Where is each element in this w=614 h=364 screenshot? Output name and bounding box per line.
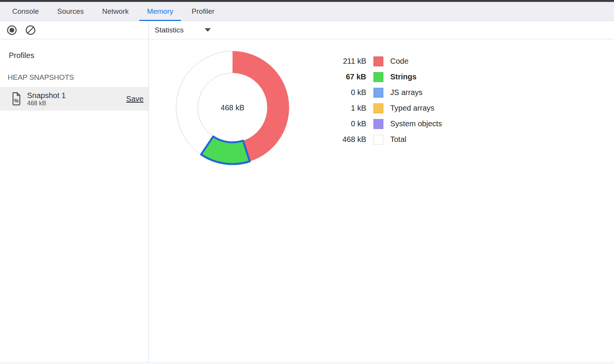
- statistics-view: 468 kB 211 kBCode67 kBStrings0 kBJS arra…: [149, 39, 614, 363]
- legend-row-strings[interactable]: 67 kBStrings: [328, 69, 442, 85]
- chevron-down-icon: [205, 28, 211, 32]
- tab-network[interactable]: Network: [94, 2, 136, 21]
- legend-swatch-icon: [373, 135, 383, 145]
- legend-row-typed-arrays[interactable]: 1 kBTyped arrays: [328, 100, 442, 116]
- heap-snapshot-file-icon: %: [11, 92, 21, 106]
- legend-label: Typed arrays: [390, 104, 435, 113]
- snapshot-name: Snapshot 1: [27, 91, 126, 100]
- tab-console[interactable]: Console: [5, 2, 47, 21]
- legend-value: 0 kB: [328, 88, 366, 97]
- heap-statistics-legend: 211 kBCode67 kBStrings0 kBJS arrays1 kBT…: [328, 53, 442, 147]
- donut-center-label: 468 kB: [221, 103, 244, 112]
- donut-slices: [200, 51, 289, 164]
- pie-slice-strings[interactable]: [201, 137, 250, 164]
- panel-content: Profiles HEAP SNAPSHOTS % Snapshot 1 468…: [0, 39, 614, 363]
- record-heap-snapshot-button[interactable]: [6, 24, 18, 36]
- profiles-heading: Profiles: [9, 51, 149, 60]
- legend-label: System objects: [390, 119, 442, 128]
- legend-value: 1 kB: [328, 104, 366, 113]
- heap-snapshots-section-title: HEAP SNAPSHOTS: [8, 73, 149, 82]
- clear-icon: [25, 24, 36, 36]
- toolbar-left-section: [0, 21, 149, 39]
- save-snapshot-link[interactable]: Save: [126, 95, 144, 103]
- legend-value: 0 kB: [328, 119, 366, 128]
- legend-swatch-icon: [373, 88, 383, 98]
- legend-swatch-icon: [373, 119, 383, 129]
- clear-profiles-button[interactable]: [25, 24, 36, 36]
- record-icon: [6, 24, 18, 36]
- tab-sources[interactable]: Sources: [50, 2, 92, 21]
- legend-label: Code: [390, 57, 409, 66]
- legend-row-js-arrays[interactable]: 0 kBJS arrays: [328, 85, 442, 100]
- legend-swatch-icon: [373, 56, 383, 66]
- tab-profiler[interactable]: Profiler: [184, 2, 222, 21]
- legend-label: Strings: [390, 72, 417, 81]
- legend-row-code[interactable]: 211 kBCode: [328, 53, 442, 69]
- memory-toolbar: Statistics: [0, 21, 614, 39]
- perspective-selector-label: Statistics: [155, 26, 184, 34]
- devtools-window: ConsoleSourcesNetworkMemoryProfiler Stat…: [0, 0, 614, 364]
- heap-statistics-donut-chart: 468 kB: [173, 48, 292, 167]
- snapshot-size: 468 kB: [27, 100, 126, 107]
- panel-tab-bar: ConsoleSourcesNetworkMemoryProfiler: [0, 2, 614, 21]
- legend-value: 67 kB: [328, 72, 366, 81]
- bottom-divider: [0, 362, 614, 363]
- legend-label: JS arrays: [390, 88, 422, 97]
- legend-value: 468 kB: [328, 135, 366, 144]
- tab-memory[interactable]: Memory: [139, 2, 181, 21]
- legend-value: 211 kB: [328, 57, 366, 66]
- snapshot-meta: Snapshot 1 468 kB: [27, 91, 126, 107]
- legend-row-total[interactable]: 468 kBTotal: [328, 132, 442, 147]
- legend-swatch-icon: [373, 103, 383, 113]
- legend-swatch-icon: [373, 72, 383, 82]
- legend-row-system-objects[interactable]: 0 kBSystem objects: [328, 116, 442, 132]
- legend-label: Total: [390, 135, 406, 144]
- toolbar-right-section: Statistics: [149, 21, 614, 39]
- profiles-sidebar: Profiles HEAP SNAPSHOTS % Snapshot 1 468…: [0, 39, 149, 363]
- perspective-selector[interactable]: Statistics: [155, 26, 211, 34]
- svg-text:%: %: [14, 98, 19, 104]
- snapshot-list-item[interactable]: % Snapshot 1 468 kB Save: [0, 87, 149, 111]
